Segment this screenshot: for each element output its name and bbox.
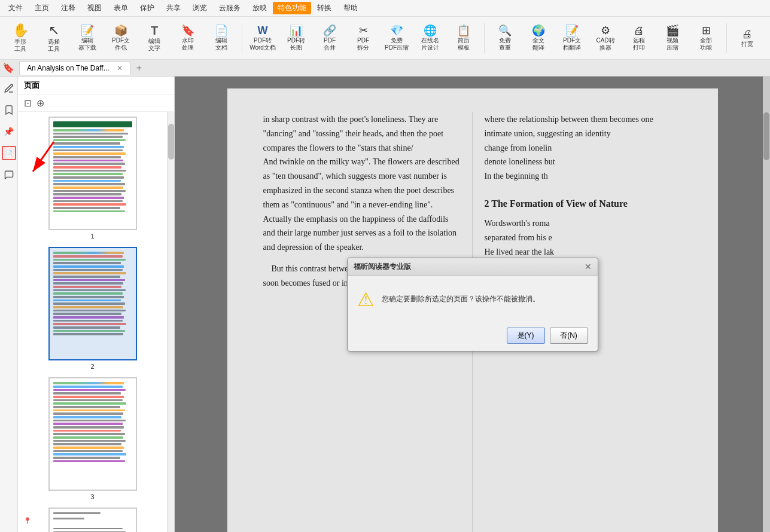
online-ppts-button[interactable]: 🌐 在线名片设计: [415, 20, 446, 56]
warning-icon: ⚠: [357, 288, 375, 311]
select-tool-label: 选择工具: [48, 38, 60, 53]
sidebar-icons: 📌 📄: [0, 77, 18, 532]
edit-pdf-button[interactable]: 📝 编辑器下载: [72, 20, 103, 56]
online-label: 在线名片设计: [421, 37, 439, 51]
delete-page-dialog: 福昕阅读器专业版 ✕ ⚠ 您确定要删除所选定的页面？该操作不能被撤消。 是(Y)…: [347, 258, 598, 351]
svg-point-2: [26, 518, 29, 521]
chat-bubble-icon[interactable]: [2, 167, 16, 182]
pdf-split-button[interactable]: ✂ PDF拆分: [348, 20, 379, 56]
page-thumb-1[interactable]: 1: [23, 117, 162, 240]
print-icon: 🖨: [634, 25, 644, 36]
bottom-pin-icon[interactable]: [23, 516, 32, 527]
ppt-template-button[interactable]: 📋 简历模板: [448, 20, 479, 56]
pdf-to-word-button[interactable]: W PDF转Word文档: [247, 20, 278, 56]
tab-analysis[interactable]: An Analysis on The Daff... ✕: [19, 61, 130, 75]
bookmark-icon[interactable]: 🔖: [2, 62, 14, 74]
panel-content: 1: [18, 112, 167, 532]
tab-label: An Analysis on The Daff...: [27, 64, 109, 72]
page-thumbnail-icon[interactable]: 📄: [2, 146, 16, 160]
edit-doc-button[interactable]: 📄 编辑文档: [206, 20, 237, 56]
remote-print-button[interactable]: 🖨 远程打印: [623, 20, 655, 56]
page-thumb-3[interactable]: 3: [23, 377, 162, 500]
toolbar-separator-2: [484, 23, 485, 53]
page-thumb-image-1: [48, 117, 137, 230]
panel-toolbar: ⊡ ⊕: [18, 95, 174, 112]
translate-icon: 🌍: [532, 25, 545, 36]
hand-icon: ✋: [13, 24, 29, 37]
pdf-ocr-button[interactable]: 📝 PDF文档翻译: [556, 20, 588, 56]
watermark-button[interactable]: 🔖 水印处理: [172, 20, 203, 56]
toolbar-separator-3: [726, 23, 727, 53]
bookmark-sidebar-icon[interactable]: [2, 103, 16, 117]
edit-pdf-icon: 📝: [81, 25, 94, 36]
video-label: 视频压缩: [666, 37, 678, 51]
pdf-package-label: PDF文件包: [112, 37, 130, 51]
menu-view[interactable]: 视图: [81, 1, 108, 16]
pdf-to-word-label: PDF转Word文档: [249, 37, 276, 51]
menu-browse[interactable]: 浏览: [187, 1, 213, 16]
free-compress-icon: 💎: [390, 25, 403, 36]
edit-text-label: 编辑文字: [148, 38, 160, 52]
panel-zoom-icon[interactable]: ⊕: [36, 97, 44, 109]
menu-annotate[interactable]: 注释: [55, 1, 81, 16]
ocr-icon: 📝: [565, 25, 579, 36]
dialog-body: ⚠ 您确定要删除所选定的页面？该操作不能被撤消。: [348, 276, 598, 323]
main-layout: 📌 📄 页面 ⊡ ⊕: [0, 77, 770, 532]
menu-protect[interactable]: 保护: [134, 1, 160, 16]
free-check-button[interactable]: 🔍 免费查重: [489, 20, 521, 56]
dialog-close-button[interactable]: ✕: [585, 262, 592, 271]
panel-title: 页面: [24, 80, 39, 91]
all-functions-button[interactable]: ⊞ 全部功能: [690, 20, 722, 56]
tab-close-icon[interactable]: ✕: [117, 64, 123, 72]
menu-feature[interactable]: 特色功能: [273, 2, 311, 14]
pencil-sidebar-icon[interactable]: [2, 81, 16, 96]
free-compress-button[interactable]: 💎 免费PDF压缩: [381, 20, 412, 56]
panel-fit-icon[interactable]: ⊡: [24, 97, 32, 109]
thumbtack-icon[interactable]: 📌: [2, 124, 16, 139]
check-label: 免费查重: [499, 37, 511, 51]
select-icon: ↖: [48, 24, 59, 37]
pdf-chart-label: PDF转长图: [287, 37, 305, 51]
menu-cloud[interactable]: 云服务: [213, 1, 246, 16]
pdf-merge-label: PDF合并: [324, 37, 336, 51]
dialog-message: 您确定要删除所选定的页面？该操作不能被撤消。: [382, 294, 588, 304]
pdf-split-icon: ✂: [359, 25, 368, 36]
video-compress-button[interactable]: 🎬 视频压缩: [657, 20, 688, 56]
panel-scrollbar[interactable]: [167, 112, 174, 532]
menu-share[interactable]: 共享: [160, 1, 187, 16]
menu-file[interactable]: 文件: [2, 1, 29, 16]
dialog-yes-button[interactable]: 是(Y): [507, 328, 545, 344]
pdf-package-icon: 📦: [114, 25, 127, 36]
panel-scroll-thumb[interactable]: [168, 124, 174, 160]
tab-bar: 🔖 An Analysis on The Daff... ✕ +: [0, 60, 770, 77]
translate-button[interactable]: 🌍 全文翻译: [523, 20, 554, 56]
menu-form[interactable]: 表单: [108, 1, 134, 16]
video-icon: 🎬: [666, 25, 679, 36]
menu-present[interactable]: 放映: [246, 1, 273, 16]
page-thumb-2[interactable]: 2: [23, 247, 162, 370]
pdf-to-chart-button[interactable]: 📊 PDF转长图: [281, 20, 312, 56]
pdf-to-word-icon: W: [258, 25, 268, 36]
pdf-viewer: in sharp contrast with the poet's loneli…: [175, 77, 770, 532]
menu-home[interactable]: 主页: [29, 1, 55, 16]
watermark-icon: 🔖: [181, 25, 194, 36]
dialog-no-button[interactable]: 否(N): [550, 328, 588, 344]
page-thumb-4[interactable]: 4: [23, 507, 162, 532]
menu-convert[interactable]: 转换: [311, 1, 337, 16]
template-icon: 📋: [457, 25, 470, 36]
pdf-package-button[interactable]: 📦 PDF文件包: [105, 20, 136, 56]
cad-convert-button[interactable]: ⚙ CAD转换器: [590, 20, 621, 56]
menu-help[interactable]: 帮助: [337, 1, 364, 16]
edit-text-button[interactable]: T 编辑文字: [139, 20, 170, 56]
edit-pdf-label: 编辑器下载: [78, 37, 96, 51]
thumbnail-panel: 页面 ⊡ ⊕: [18, 77, 175, 532]
print-wide-icon: 🖨: [742, 29, 753, 39]
pdf-merge-button[interactable]: 🔗 PDF合并: [314, 20, 345, 56]
online-icon: 🌐: [424, 25, 437, 36]
hand-tool-button[interactable]: ✋ 手形工具: [5, 20, 36, 56]
ocr-label: PDF文档翻译: [563, 37, 581, 51]
print-wide-button[interactable]: 🖨 打宽: [732, 20, 763, 56]
select-tool-button[interactable]: ↖ 选择工具: [38, 20, 69, 56]
page-label-3: 3: [90, 493, 94, 500]
tab-add-button[interactable]: +: [132, 60, 147, 76]
